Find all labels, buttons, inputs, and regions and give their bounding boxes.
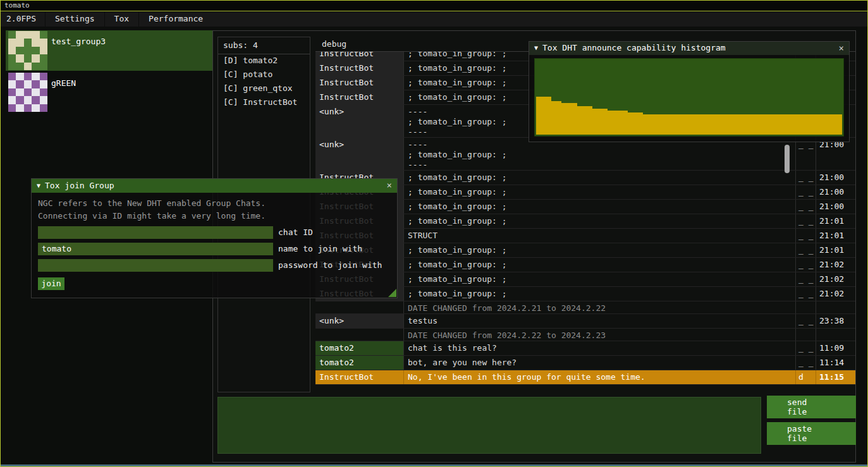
message-time: 21:01	[816, 229, 855, 243]
histogram-bar	[730, 114, 735, 135]
histogram-bar	[643, 114, 648, 135]
message-time: 21:00	[816, 185, 855, 199]
os-titlebar[interactable]: tomato	[1, 1, 867, 11]
message-flags: _ _	[796, 200, 816, 214]
histogram-bar	[546, 97, 551, 135]
join-description-line: Connecting via ID might take a very long…	[38, 210, 391, 222]
group-item-test_group3[interactable]: test_group3	[6, 30, 212, 71]
histogram-bar	[633, 112, 638, 135]
sender-name: InstructBot	[315, 90, 404, 104]
tab-debug[interactable]: debug	[322, 39, 346, 49]
member-item[interactable]: [C] potato	[218, 68, 310, 82]
paste-file-button[interactable]: paste file	[767, 422, 856, 445]
member-item[interactable]: [C] InstructBot	[218, 96, 310, 110]
histogram-bar	[684, 114, 689, 135]
histogram-bar	[653, 114, 658, 135]
join-button[interactable]: join	[38, 277, 64, 290]
chat-row[interactable]: tomato2chat is this real?_ _11:09	[315, 341, 855, 356]
chat-row[interactable]: InstructBotNo, I've been in this group f…	[315, 370, 855, 385]
window-title: tomato	[4, 1, 30, 9]
message-flags: _ _	[796, 229, 816, 243]
histogram-bar	[582, 106, 587, 135]
message-input[interactable]	[217, 397, 761, 454]
join-group-title: Tox join Group	[45, 181, 382, 191]
group-item-gREEN[interactable]: gREEN	[6, 72, 212, 112]
sender-name: tomato2	[315, 356, 404, 370]
histogram-bar	[628, 112, 633, 135]
message-text: ; tomato_in_group: ;	[404, 287, 796, 301]
message-time: 11:15	[816, 370, 855, 384]
sender-name: InstructBot	[315, 76, 404, 90]
histogram-bar	[551, 101, 556, 135]
histogram-bar	[761, 114, 766, 135]
histogram-bar	[816, 114, 821, 135]
histogram-bar	[714, 114, 719, 135]
histogram-bar	[796, 114, 801, 135]
histogram-bar	[572, 103, 577, 135]
histogram-bar	[801, 114, 806, 135]
histogram-bar	[694, 114, 699, 135]
histogram-bar	[781, 114, 786, 135]
histogram-bar	[755, 114, 761, 135]
collapse-icon[interactable]: ▼	[37, 182, 40, 190]
message-text: ; tomato_in_group: ;	[404, 243, 796, 257]
close-icon[interactable]: ×	[387, 180, 392, 191]
message-text: ; tomato_in_group: ;	[404, 171, 796, 185]
histogram-bar	[689, 114, 694, 135]
histogram-bar	[719, 114, 724, 135]
join-name-input[interactable]: tomato	[38, 243, 273, 255]
message-text: bot, are you new here?	[404, 356, 796, 370]
menu-item-settings[interactable]: Settings	[45, 12, 104, 27]
send-file-button[interactable]: send file	[767, 396, 856, 418]
histogram-bar	[613, 111, 618, 135]
chat-row[interactable]: <unk>----; tomato_in_group: ;----_ _21:0…	[315, 138, 855, 171]
menu-item-performance[interactable]: Performance	[138, 12, 212, 27]
chat-row[interactable]: <unk>testus_ _23:38	[315, 314, 855, 329]
menu-bar: 2.0FPS SettingsToxPerformance	[1, 12, 867, 27]
message-flags: _ _	[796, 272, 816, 286]
collapse-icon[interactable]: ▼	[534, 44, 538, 52]
message-text: ----; tomato_in_group: ;----	[404, 138, 796, 170]
scrollbar-thumb[interactable]	[785, 145, 790, 173]
histogram-bar	[740, 114, 745, 135]
message-time: 21:00	[816, 138, 855, 170]
member-list: [D] tomato2[C] potato[C] green_qtox[C] I…	[218, 54, 310, 110]
resize-grip-icon[interactable]	[388, 289, 396, 297]
member-item[interactable]: [D] tomato2	[218, 54, 310, 68]
group-avatar	[8, 73, 47, 112]
field-row: chat ID	[38, 226, 391, 239]
histogram-bar	[709, 114, 714, 135]
message-flags: _ _	[796, 258, 816, 272]
message-time: 11:14	[816, 356, 855, 370]
join-name-input-label: name to join with	[278, 244, 362, 254]
join-password-input[interactable]	[38, 259, 273, 272]
dht-histogram-titlebar[interactable]: ▼ Tox DHT announce capability histogram …	[529, 42, 849, 55]
subs-count: subs: 4	[218, 37, 310, 54]
message-text: ; tomato_in_group: ;	[404, 272, 796, 286]
group-name: gREEN	[51, 78, 76, 88]
fps-counter: 2.0FPS	[1, 12, 45, 27]
message-text: ; tomato_in_group: ;	[404, 214, 796, 228]
member-item[interactable]: [C] green_qtox	[218, 82, 310, 96]
menu-item-tox[interactable]: Tox	[104, 12, 138, 27]
join-group-titlebar[interactable]: ▼ Tox join Group ×	[32, 179, 397, 193]
close-icon[interactable]: ×	[839, 43, 844, 54]
histogram-bar	[602, 109, 608, 135]
message-flags	[796, 301, 816, 313]
histogram-bar	[674, 114, 679, 135]
histogram-bar	[608, 111, 613, 135]
histogram-bar	[811, 114, 816, 135]
message-time: 21:00	[816, 200, 855, 214]
histogram-bar	[669, 114, 674, 135]
sender-name: tomato2	[315, 341, 404, 355]
chat-row[interactable]: tomato2bot, are you new here?_ _11:14	[315, 356, 855, 370]
histogram-bar	[638, 112, 643, 135]
message-text: No, I've been in this group for quite so…	[404, 370, 796, 384]
message-flags: _ _	[796, 171, 816, 185]
histogram-bar	[556, 101, 561, 135]
message-flags: _ _	[796, 185, 816, 199]
chat-id-input[interactable]	[38, 226, 273, 239]
date-changed-text: DATE CHANGED from 2024.2.21 to 2024.2.22	[404, 301, 796, 313]
sender-name: InstructBot	[315, 370, 404, 384]
join-group-body: NGC refers to the New DHT enabled Group …	[32, 193, 397, 290]
